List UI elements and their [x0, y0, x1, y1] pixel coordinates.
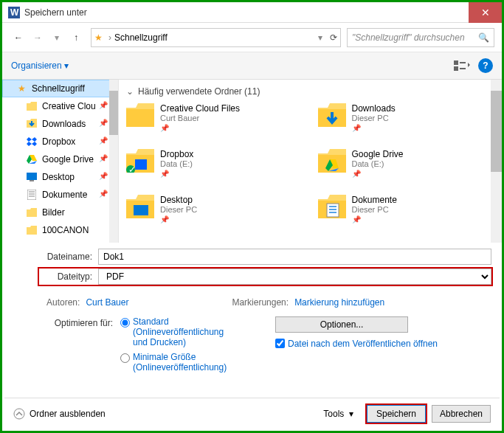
radio-minimal[interactable]: Minimale Größe (Onlineveröffentlichung)	[120, 352, 231, 373]
close-button[interactable]: ✕	[469, 2, 502, 23]
tools-menu[interactable]: Tools ▾	[323, 409, 353, 419]
pin-icon: 📌	[160, 170, 193, 178]
address-bar[interactable]: ★ › Schnellzugriff ▾ ⟳	[91, 28, 341, 47]
sidebar-item-label: Schnellzugriff	[32, 83, 85, 94]
folder-sub: Dieser PC	[352, 205, 397, 214]
filetype-select[interactable]: PDF	[98, 269, 491, 285]
radio-standard-label: Standard (Onlineveröffentlichung und Dru…	[133, 316, 231, 347]
sidebar-item-desktop[interactable]: Desktop 📌	[2, 168, 118, 186]
filename-input[interactable]	[98, 249, 491, 265]
hide-folders-toggle[interactable]: Ordner ausblenden	[13, 408, 317, 420]
desktop-folder-icon	[126, 195, 154, 223]
pin-icon: 📌	[352, 124, 396, 132]
radio-standard[interactable]: Standard (Onlineveröffentlichung und Dru…	[120, 316, 231, 347]
help-button[interactable]: ?	[478, 58, 493, 73]
collapse-icon[interactable]: ⌄	[126, 86, 134, 97]
organize-menu[interactable]: Organisieren ▾	[11, 60, 69, 72]
folder-item[interactable]: DesktopDieser PC📌	[126, 195, 303, 236]
options-button[interactable]: Optionen...	[275, 316, 408, 333]
folder-item[interactable]: DownloadsDieser PC📌	[318, 103, 495, 145]
pin-icon: 📌	[352, 215, 397, 224]
optimize-label: Optimieren für:	[46, 316, 113, 377]
sidebar-item-label: Google Drive	[42, 154, 94, 164]
folder-item[interactable]: Creative Cloud FilesCurt Bauer📌	[126, 103, 303, 145]
view-mode-button[interactable]	[452, 58, 472, 74]
downloads-icon	[26, 118, 38, 130]
refresh-icon[interactable]: ⟳	[330, 32, 337, 43]
sidebar-item-google-drive[interactable]: Google Drive 📌	[2, 150, 118, 168]
folder-name: Dropbox	[160, 149, 193, 159]
open-after-input[interactable]	[275, 339, 285, 348]
downloads-folder-icon	[318, 103, 346, 131]
search-icon[interactable]: 🔍	[478, 32, 489, 43]
pin-icon: 📌	[99, 136, 108, 145]
pin-icon: 📌	[99, 172, 108, 180]
navigation-sidebar: ★ Schnellzugriff Creative Clou 📌 Downloa…	[2, 80, 119, 243]
breadcrumb-location[interactable]: Schnellzugriff	[114, 32, 168, 43]
file-fields: Dateiname: Dateityp: PDF	[2, 243, 502, 294]
svg-point-20	[14, 409, 24, 419]
radio-minimal-label: Minimale Größe (Onlineveröffentlichung)	[133, 352, 231, 373]
svg-rect-4	[460, 62, 466, 63]
folder-sub: Dieser PC	[160, 205, 197, 214]
sidebar-item-100canon[interactable]: 100CANON	[2, 221, 118, 239]
search-input[interactable]: "Schnellzugriff" durchsuchen 🔍	[347, 28, 494, 47]
folder-sub: Curt Bauer	[160, 114, 240, 122]
folder-icon	[126, 103, 154, 131]
recent-dropdown[interactable]: ▾	[48, 29, 66, 46]
radio-minimal-input[interactable]	[120, 353, 130, 363]
sidebar-item-label: Desktop	[42, 172, 75, 182]
folder-sub: Dieser PC	[352, 114, 396, 122]
sidebar-item-label: 100CANON	[42, 225, 89, 235]
documents-icon	[26, 189, 38, 201]
filename-row: Dateiname:	[39, 249, 491, 265]
address-dropdown-icon[interactable]: ▾	[318, 32, 322, 43]
folder-item[interactable]: ✓ DropboxData (E:)📌	[126, 149, 303, 190]
sidebar-item-label: Dropbox	[42, 136, 75, 147]
sidebar-item-quickaccess[interactable]: ★ Schnellzugriff	[2, 80, 118, 97]
sidebar-item-pictures[interactable]: Bilder	[2, 204, 118, 221]
svg-rect-15	[134, 205, 148, 215]
authors-value[interactable]: Curt Bauer	[86, 297, 128, 308]
folder-name: Google Drive	[352, 149, 404, 159]
pin-icon: 📌	[99, 190, 108, 198]
folder-name: Downloads	[352, 103, 396, 114]
tags-value[interactable]: Markierung hinzufügen	[294, 297, 384, 308]
svg-rect-6	[27, 173, 37, 180]
sidebar-item-creative-cloud[interactable]: Creative Clou 📌	[2, 97, 118, 115]
svg-text:W: W	[10, 7, 19, 18]
authors-label: Autoren:	[46, 297, 80, 308]
sidebar-item-documents[interactable]: Dokumente 📌	[2, 186, 118, 204]
folder-item[interactable]: DokumenteDieser PC📌	[318, 195, 495, 236]
chevron-up-icon	[13, 408, 25, 420]
svg-rect-5	[460, 68, 466, 69]
radio-standard-input[interactable]	[120, 318, 130, 328]
svg-text:✓: ✓	[128, 164, 136, 173]
sidebar-item-downloads[interactable]: Downloads 📌	[2, 115, 118, 133]
content-heading-row[interactable]: ⌄ Häufig verwendete Ordner (11)	[119, 80, 502, 103]
sidebar-item-dropbox[interactable]: Dropbox 📌	[2, 133, 118, 150]
save-button[interactable]: Speichern	[367, 405, 426, 423]
forward-button[interactable]: →	[29, 29, 46, 46]
sidebar-scrollbar[interactable]	[109, 80, 118, 243]
content-scrollbar[interactable]	[491, 80, 502, 243]
organize-toolbar: Organisieren ▾ ?	[2, 52, 502, 79]
pin-icon: 📌	[160, 124, 240, 132]
svg-rect-8	[27, 190, 36, 200]
hide-folders-label: Ordner ausblenden	[30, 409, 106, 419]
back-button[interactable]: ←	[10, 29, 27, 46]
main-area: ★ Schnellzugriff Creative Clou 📌 Downloa…	[2, 79, 502, 243]
folder-item[interactable]: Google DriveData (E:)📌	[318, 149, 495, 190]
up-button[interactable]: ↑	[67, 29, 85, 46]
desktop-icon	[26, 171, 38, 183]
word-app-icon: W	[8, 7, 20, 18]
dropbox-folder-icon: ✓	[126, 149, 154, 177]
search-placeholder: "Schnellzugriff" durchsuchen	[352, 32, 465, 43]
open-after-checkbox[interactable]: Datei nach dem Veröffentlichen öffnen	[275, 339, 438, 349]
folder-sub: Data (E:)	[352, 159, 404, 168]
cancel-button[interactable]: Abbrechen	[432, 405, 491, 423]
sidebar-item-label: Creative Clou	[42, 101, 96, 111]
svg-rect-7	[30, 180, 34, 181]
pin-icon: 📌	[99, 154, 108, 162]
pin-icon: 📌	[160, 215, 197, 224]
